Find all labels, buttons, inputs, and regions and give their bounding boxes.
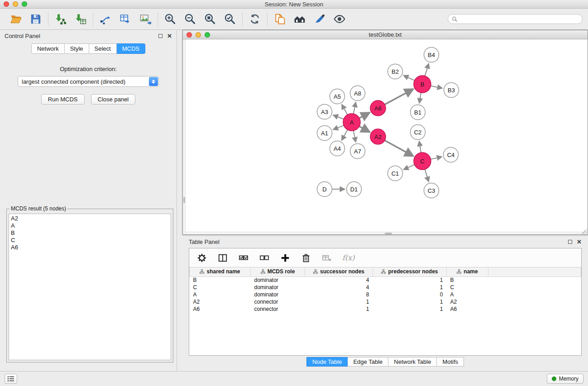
graph-node[interactable]: C3 <box>424 183 439 198</box>
table-cell[interactable]: 1 <box>305 305 373 313</box>
table-cell[interactable]: 8 <box>305 291 373 298</box>
graph-edge[interactable] <box>385 140 413 156</box>
graph-node[interactable]: C4 <box>444 148 459 162</box>
close-panel-icon[interactable]: ✕ <box>167 33 172 39</box>
graph-node[interactable]: A8 <box>350 86 365 101</box>
table-export-icon[interactable] <box>119 12 132 26</box>
duplicate-document-icon[interactable] <box>273 12 287 26</box>
column-header[interactable]: name <box>447 267 488 276</box>
table-cell[interactable]: A6 <box>190 305 251 313</box>
table-cell[interactable]: 0 <box>373 291 447 298</box>
select-all-checked-icon[interactable] <box>238 253 249 263</box>
apply-style-icon[interactable] <box>313 12 326 26</box>
graph-node[interactable]: D <box>317 182 332 197</box>
close-panel-button[interactable]: Close panel <box>91 94 136 105</box>
column-header[interactable]: successor nodes <box>305 267 373 276</box>
zoom-window-button[interactable] <box>22 1 27 7</box>
save-session-icon[interactable] <box>29 12 43 26</box>
graph-edge[interactable] <box>359 126 370 132</box>
zoom-fit-icon[interactable] <box>203 12 217 26</box>
graph-node[interactable]: C <box>414 152 431 170</box>
result-item[interactable]: A <box>11 222 169 229</box>
table-cell[interactable]: 1 <box>373 305 447 313</box>
graph-node[interactable]: A7 <box>350 144 365 159</box>
tab-mcds[interactable]: MCDS <box>117 43 145 54</box>
table-cell[interactable]: C <box>190 284 251 291</box>
import-network-file-icon[interactable] <box>54 12 67 26</box>
graph-edge[interactable] <box>354 102 356 114</box>
graph-node[interactable]: C2 <box>411 125 425 140</box>
import-table-file-icon[interactable] <box>74 12 87 26</box>
network-zoom-button[interactable] <box>205 32 210 38</box>
graph-edge[interactable] <box>354 131 356 142</box>
graph-node[interactable]: C1 <box>388 166 403 181</box>
zoom-in-icon[interactable] <box>163 12 177 26</box>
table-row[interactable]: Adominator80A <box>190 291 581 298</box>
table-row[interactable]: Cdominator41C <box>190 284 581 291</box>
result-item[interactable]: B <box>11 229 169 237</box>
table-cell[interactable]: 1 <box>373 284 447 291</box>
columns-icon[interactable] <box>217 253 228 263</box>
graph-edge[interactable] <box>425 169 429 181</box>
network-close-button[interactable] <box>186 32 192 38</box>
graph-edge[interactable] <box>419 141 421 152</box>
network-graph[interactable]: B4B2BB3A5A8A6A3B1AC2A1A2A4A7C4CC1DD1C3 <box>186 39 586 232</box>
column-header[interactable]: shared name <box>190 267 251 276</box>
result-item[interactable]: C <box>11 237 169 244</box>
delete-table-icon[interactable] <box>321 253 332 263</box>
graph-edge[interactable] <box>342 105 348 115</box>
memory-button[interactable]: Memory <box>547 374 583 384</box>
search-field[interactable] <box>448 14 583 24</box>
table-cell[interactable]: A2 <box>447 298 488 305</box>
delete-row-icon[interactable] <box>301 253 311 263</box>
result-item[interactable]: A6 <box>11 244 169 251</box>
graph-node[interactable]: D1 <box>347 182 362 197</box>
graph-edge[interactable] <box>404 165 415 170</box>
table-cell[interactable]: connector <box>251 305 305 313</box>
graph-edge[interactable] <box>431 157 442 159</box>
tab-edge-table[interactable]: Edge Table <box>348 357 388 367</box>
column-header[interactable]: predecessor nodes <box>373 267 447 276</box>
graph-edge[interactable] <box>419 93 421 103</box>
resize-grip[interactable] <box>582 229 587 234</box>
table-float-panel-icon[interactable] <box>568 240 572 244</box>
table-cell[interactable]: C <box>447 284 488 291</box>
table-cell[interactable]: dominator <box>251 291 305 298</box>
graph-edge[interactable] <box>359 113 370 118</box>
tab-network[interactable]: Network <box>31 43 65 54</box>
graph-node[interactable]: B4 <box>424 48 439 62</box>
graph-edge[interactable] <box>404 76 415 81</box>
table-cell[interactable]: 1 <box>373 298 447 305</box>
zoom-selected-icon[interactable] <box>223 12 237 26</box>
table-close-panel-icon[interactable]: ✕ <box>577 239 582 245</box>
graph-node[interactable]: B2 <box>388 64 403 79</box>
select-all-unchecked-icon[interactable] <box>259 253 270 263</box>
close-window-button[interactable] <box>4 1 9 7</box>
tab-node-table[interactable]: Node Table <box>306 357 348 367</box>
show-hide-icon[interactable] <box>333 12 346 26</box>
run-mcds-button[interactable]: Run MCDS <box>41 94 85 105</box>
table-cell[interactable]: A <box>190 291 251 298</box>
graph-node[interactable]: B <box>414 76 431 93</box>
table-cell[interactable]: dominator <box>251 284 305 291</box>
optimization-criterion-dropdown[interactable]: largest connected component (directed) <box>18 76 159 87</box>
mcds-result-list[interactable]: A2ABCA6 <box>9 214 171 360</box>
table-cell[interactable]: A <box>447 291 488 298</box>
column-header[interactable]: MCDS role <box>251 267 305 276</box>
network-canvas[interactable]: B4B2BB3A5A8A6A3B1AC2A1A2A4A7C4CC1DD1C3 <box>183 39 588 234</box>
graph-edge[interactable] <box>342 130 348 140</box>
table-cell[interactable]: A6 <box>447 305 488 313</box>
tab-network-table[interactable]: Network Table <box>388 357 437 367</box>
table-cell[interactable]: 1 <box>373 276 447 284</box>
table-row[interactable]: Bdominator41B <box>190 276 581 284</box>
graph-node[interactable]: B1 <box>411 105 425 120</box>
open-folder-icon[interactable] <box>9 12 23 26</box>
zoom-out-icon[interactable] <box>183 12 197 26</box>
task-history-button[interactable] <box>5 374 17 384</box>
gear-icon[interactable] <box>196 253 207 263</box>
graph-node[interactable]: A1 <box>317 126 332 141</box>
tab-style[interactable]: Style <box>65 43 89 54</box>
function-builder-icon[interactable]: f(x) <box>342 253 354 262</box>
graph-edge[interactable] <box>431 86 442 88</box>
graph-node[interactable]: A2 <box>370 129 386 144</box>
